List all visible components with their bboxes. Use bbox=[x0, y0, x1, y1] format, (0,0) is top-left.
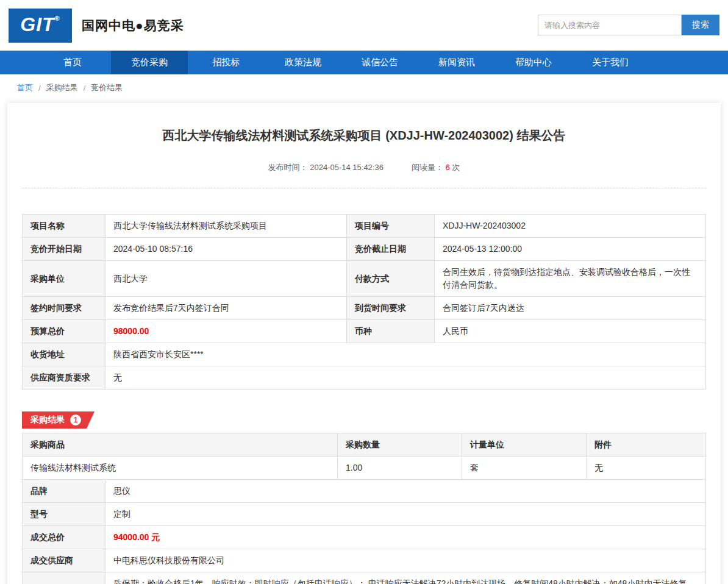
bid-end-label: 竞价截止日期 bbox=[347, 238, 435, 261]
table-row: 质保及售后服务 质保期：验收合格后1年。响应时效：即时响应（包括电话响应）； 电… bbox=[23, 572, 706, 584]
git-logo: GIT® bbox=[9, 9, 72, 43]
nav-item-about[interactable]: 关于我们 bbox=[572, 51, 649, 74]
breadcrumb-purchase-results[interactable]: 采购结果 bbox=[46, 82, 78, 93]
nav-item-bidding-purchase[interactable]: 竞价采购 bbox=[111, 51, 188, 74]
top-header: GIT® 国网中电●易竞采 搜索 bbox=[0, 0, 728, 51]
qualification-label: 供应商资质要求 bbox=[23, 366, 105, 390]
address-label: 收货地址 bbox=[23, 343, 105, 366]
qualification-value: 无 bbox=[105, 366, 706, 390]
publish-time: 发布时间： 2024-05-14 15:42:36 bbox=[268, 162, 384, 173]
buyer-label: 采购单位 bbox=[23, 261, 105, 297]
git-logo-text: GIT bbox=[20, 13, 54, 36]
nav-item-tender[interactable]: 招投标 bbox=[188, 51, 265, 74]
sign-time-value: 发布竞价结果后7天内签订合同 bbox=[105, 297, 347, 320]
breadcrumb-bidding-results: 竞价结果 bbox=[91, 82, 123, 93]
project-code-label: 项目编号 bbox=[347, 215, 435, 238]
brand-label: 品牌 bbox=[23, 480, 105, 503]
nav-item-help[interactable]: 帮助中心 bbox=[495, 51, 572, 74]
col-attachment: 附件 bbox=[587, 433, 706, 457]
search-button[interactable]: 搜索 bbox=[682, 15, 719, 35]
currency-label: 币种 bbox=[347, 320, 435, 343]
col-quantity: 采购数量 bbox=[338, 433, 462, 457]
project-code-value: XDJJ-HW-202403002 bbox=[435, 215, 706, 238]
breadcrumb-separator: / bbox=[84, 84, 86, 93]
publish-time-value: 2024-05-14 15:42:36 bbox=[310, 163, 384, 172]
bid-end-value: 2024-05-13 12:00:00 bbox=[435, 238, 706, 261]
model-value: 定制 bbox=[105, 503, 706, 526]
budget-amount: 98000.00 bbox=[113, 326, 149, 336]
budget-label: 预算总价 bbox=[23, 320, 105, 343]
deal-price-label: 成交总价 bbox=[23, 526, 105, 549]
service-value: 质保期：验收合格后1年。响应时效：即时响应（包括电话响应）； 电话响应无法解决7… bbox=[105, 572, 706, 584]
deal-price-value: 94000.00 元 bbox=[105, 526, 706, 549]
address-value: 陕西省西安市长安区**** bbox=[105, 343, 706, 366]
unit-value: 套 bbox=[462, 457, 587, 480]
budget-value: 98000.00 bbox=[105, 320, 347, 343]
project-name-label: 项目名称 bbox=[23, 215, 105, 238]
product-value: 传输线法材料测试系统 bbox=[23, 457, 338, 480]
supplier-value: 中电科思仪科技股份有限公司 bbox=[105, 549, 706, 572]
currency-value: 人民币 bbox=[435, 320, 706, 343]
result-badge-wrap: 采购结果 1 bbox=[22, 411, 706, 429]
delivery-time-value: 合同签订后7天内送达 bbox=[435, 297, 706, 320]
announcement-card: 西北大学传输线法材料测试系统采购项目 (XDJJ-HW-202403002) 结… bbox=[7, 103, 721, 584]
view-count-label: 阅读量： bbox=[412, 163, 443, 172]
table-row: 收货地址 陕西省西安市长安区**** bbox=[23, 343, 706, 366]
table-header-row: 采购商品 采购数量 计量单位 附件 bbox=[23, 433, 706, 457]
delivery-time-label: 到货时间要求 bbox=[347, 297, 435, 320]
nav-item-home[interactable]: 首页 bbox=[34, 51, 111, 74]
payment-label: 付款方式 bbox=[347, 261, 435, 297]
search-input[interactable] bbox=[538, 15, 682, 35]
project-info-table: 项目名称 西北大学传输线法材料测试系统采购项目 项目编号 XDJJ-HW-202… bbox=[22, 214, 706, 390]
table-row: 签约时间要求 发布竞价结果后7天内签订合同 到货时间要求 合同签订后7天内送达 bbox=[23, 297, 706, 320]
table-row: 竞价开始日期 2024-05-10 08:57:16 竞价截止日期 2024-0… bbox=[23, 238, 706, 261]
announcement-meta: 发布时间： 2024-05-14 15:42:36 阅读量： 6 次 bbox=[22, 162, 706, 188]
payment-value: 合同生效后，待货物到达指定地点、安装调试验收合格后，一次性付清合同货款。 bbox=[435, 261, 706, 297]
purchase-result-badge-label: 采购结果 bbox=[30, 415, 65, 426]
result-index-badge: 1 bbox=[70, 415, 81, 426]
table-row: 预算总价 98000.00 币种 人民币 bbox=[23, 320, 706, 343]
service-label: 质保及售后服务 bbox=[23, 572, 105, 584]
brand-value: 思仪 bbox=[105, 480, 706, 503]
nav-item-integrity[interactable]: 诚信公告 bbox=[341, 51, 418, 74]
bid-start-value: 2024-05-10 08:57:16 bbox=[105, 238, 347, 261]
col-product: 采购商品 bbox=[23, 433, 338, 457]
supplier-label: 成交供应商 bbox=[23, 549, 105, 572]
view-count-unit: 次 bbox=[452, 163, 460, 172]
breadcrumb-separator: / bbox=[38, 84, 41, 93]
table-row: 成交总价 94000.00 元 bbox=[23, 526, 706, 549]
table-row: 传输线法材料测试系统 1.00 套 无 bbox=[23, 457, 706, 480]
search-bar: 搜索 bbox=[538, 15, 719, 35]
table-row: 项目名称 西北大学传输线法材料测试系统采购项目 项目编号 XDJJ-HW-202… bbox=[23, 215, 706, 238]
deal-price-unit: 元 bbox=[151, 532, 160, 542]
sign-time-label: 签约时间要求 bbox=[23, 297, 105, 320]
table-row: 成交供应商 中电科思仪科技股份有限公司 bbox=[23, 549, 706, 572]
publish-time-label: 发布时间： bbox=[268, 163, 308, 172]
page-title: 西北大学传输线法材料测试系统采购项目 (XDJJ-HW-202403002) 结… bbox=[22, 127, 706, 144]
deal-price-amount: 94000.00 bbox=[113, 532, 149, 542]
col-unit: 计量单位 bbox=[462, 433, 587, 457]
table-row: 型号 定制 bbox=[23, 503, 706, 526]
site-title: 国网中电●易竞采 bbox=[82, 17, 184, 34]
table-row: 供应商资质要求 无 bbox=[23, 366, 706, 390]
breadcrumb: 首页 / 采购结果 / 竞价结果 bbox=[0, 74, 728, 99]
project-name-value: 西北大学传输线法材料测试系统采购项目 bbox=[105, 215, 347, 238]
quantity-value: 1.00 bbox=[338, 457, 462, 480]
main-nav: 首页 竞价采购 招投标 政策法规 诚信公告 新闻资讯 帮助中心 关于我们 bbox=[0, 51, 728, 74]
view-count-value: 6 bbox=[446, 163, 450, 172]
table-row: 品牌 思仪 bbox=[23, 480, 706, 503]
attachment-value: 无 bbox=[587, 457, 706, 480]
bid-start-label: 竞价开始日期 bbox=[23, 238, 105, 261]
nav-item-news[interactable]: 新闻资讯 bbox=[418, 51, 495, 74]
table-row: 采购单位 西北大学 付款方式 合同生效后，待货物到达指定地点、安装调试验收合格后… bbox=[23, 261, 706, 297]
view-count: 阅读量： 6 次 bbox=[412, 162, 460, 173]
nav-item-policy[interactable]: 政策法规 bbox=[265, 51, 341, 74]
model-label: 型号 bbox=[23, 503, 105, 526]
purchase-result-badge: 采购结果 1 bbox=[22, 411, 95, 429]
registered-mark: ® bbox=[55, 15, 60, 22]
buyer-value: 西北大学 bbox=[105, 261, 347, 297]
breadcrumb-home[interactable]: 首页 bbox=[17, 82, 33, 93]
purchase-result-table: 采购商品 采购数量 计量单位 附件 传输线法材料测试系统 1.00 套 无 品牌… bbox=[22, 433, 706, 584]
